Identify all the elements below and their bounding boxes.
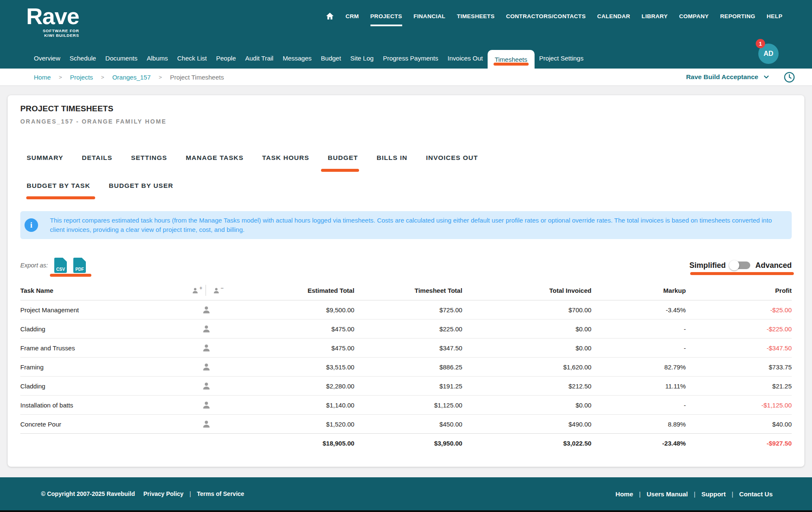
col-total-invoiced: Total Invoiced bbox=[462, 281, 591, 300]
add-user-icon[interactable]: + bbox=[192, 287, 199, 294]
cell-total-invoiced: $0.00 bbox=[462, 396, 591, 415]
user-icon[interactable] bbox=[192, 305, 240, 314]
top-nav-library[interactable]: LIBRARY bbox=[642, 13, 668, 19]
user-icon[interactable] bbox=[192, 419, 240, 429]
footer-users-manual[interactable]: Users Manual bbox=[647, 490, 688, 498]
tab-budget-by-user[interactable]: BUDGET BY USER bbox=[109, 182, 173, 189]
totals-timesheet: $3,950.00 bbox=[354, 434, 462, 453]
breadcrumb-home[interactable]: Home bbox=[34, 74, 51, 81]
toggle-label-advanced[interactable]: Advanced bbox=[755, 261, 792, 270]
user-icon[interactable] bbox=[192, 362, 240, 372]
cell-timesheet-total: $886.25 bbox=[354, 358, 462, 377]
project-nav-check-list[interactable]: Check List bbox=[173, 47, 211, 69]
project-nav-timesheets[interactable]: Timesheets bbox=[488, 50, 535, 69]
remove-user-icon[interactable]: − bbox=[213, 287, 220, 294]
user-icon[interactable] bbox=[192, 381, 240, 391]
top-nav-crm[interactable]: CRM bbox=[346, 13, 359, 19]
budget-by-task-table: Task Name + − Estimated Total Timesheet … bbox=[20, 281, 792, 453]
footer-contact-us[interactable]: Contact Us bbox=[739, 490, 773, 498]
export-pdf-icon[interactable]: PDF bbox=[73, 258, 86, 273]
top-nav-projects[interactable]: PROJECTS bbox=[370, 13, 402, 19]
home-icon[interactable] bbox=[326, 12, 334, 20]
view-mode-toggle: Simplified Advanced bbox=[689, 261, 792, 270]
app-header: Rave SOFTWARE FOR KIWI BUILDERS CRMPROJE… bbox=[0, 0, 812, 69]
project-nav-people[interactable]: People bbox=[211, 47, 241, 69]
top-nav-financial[interactable]: FINANCIAL bbox=[414, 13, 445, 19]
project-nav-documents[interactable]: Documents bbox=[101, 47, 142, 69]
footer-support[interactable]: Support bbox=[701, 490, 726, 498]
table-row-installation-of-batts: Installation of batts $1,140.00 $1,125.0… bbox=[20, 396, 792, 415]
tab-task-hours[interactable]: TASK HOURS bbox=[262, 154, 309, 161]
project-nav-budget[interactable]: Budget bbox=[316, 47, 346, 69]
tab-settings[interactable]: SETTINGS bbox=[131, 154, 167, 161]
export-csv-icon[interactable]: CSV bbox=[54, 258, 67, 273]
cell-user bbox=[192, 377, 240, 396]
tab-manage-tasks[interactable]: MANAGE TASKS bbox=[186, 154, 244, 161]
cell-task-name: Concrete Pour bbox=[20, 415, 192, 434]
totals-markup: -23.48% bbox=[591, 434, 686, 453]
breadcrumb-oranges-157[interactable]: Oranges_157 bbox=[112, 74, 151, 81]
cell-user bbox=[192, 319, 240, 339]
cell-estimated-total: $2,280.00 bbox=[241, 377, 354, 396]
cell-markup: -3.45% bbox=[591, 300, 686, 319]
top-nav-reporting[interactable]: REPORTING bbox=[720, 13, 755, 19]
toggle-knob[interactable] bbox=[729, 260, 739, 270]
breadcrumb-projects[interactable]: Projects bbox=[70, 74, 93, 81]
footer-home[interactable]: Home bbox=[615, 490, 633, 498]
totals-estimated: $18,905.00 bbox=[241, 434, 354, 453]
project-nav-invoices-out[interactable]: Invoices Out bbox=[443, 47, 487, 69]
footer-privacy-policy[interactable]: Privacy Policy bbox=[143, 490, 184, 497]
stage-dropdown[interactable]: Rave Build Acceptance bbox=[686, 73, 758, 81]
cell-markup: - bbox=[591, 339, 686, 358]
tab-details[interactable]: DETAILS bbox=[82, 154, 112, 161]
cell-timesheet-total: $450.00 bbox=[354, 415, 462, 434]
project-nav: OverviewScheduleDocumentsAlbumsCheck Lis… bbox=[29, 47, 588, 69]
chevron-down-icon[interactable] bbox=[763, 73, 770, 81]
user-icon[interactable] bbox=[192, 324, 240, 333]
toggle-switch[interactable] bbox=[731, 262, 750, 269]
top-nav-timesheets[interactable]: TIMESHEETS bbox=[457, 13, 494, 19]
cell-user bbox=[192, 396, 240, 415]
project-nav-progress-payments[interactable]: Progress Payments bbox=[378, 47, 443, 69]
user-icon[interactable] bbox=[192, 400, 240, 410]
table-row-framing: Framing $3,515.00 $886.25 $1,620.00 82.7… bbox=[20, 358, 792, 377]
top-nav-company[interactable]: COMPANY bbox=[679, 13, 709, 19]
totals-icons bbox=[192, 434, 240, 453]
avatar[interactable]: 1 AD bbox=[758, 44, 779, 64]
project-nav-messages[interactable]: Messages bbox=[278, 47, 316, 69]
project-nav-albums[interactable]: Albums bbox=[142, 47, 173, 69]
history-clock-icon[interactable] bbox=[784, 72, 795, 83]
tab-budget[interactable]: BUDGET bbox=[328, 154, 358, 161]
project-nav-project-settings[interactable]: Project Settings bbox=[535, 47, 588, 69]
footer-terms-of-service[interactable]: Terms of Service bbox=[197, 490, 244, 497]
project-nav-site-log[interactable]: Site Log bbox=[346, 47, 378, 69]
notification-badge[interactable]: 1 bbox=[756, 39, 765, 48]
cell-markup: 11.11% bbox=[591, 377, 686, 396]
top-nav-help[interactable]: HELP bbox=[767, 13, 782, 19]
totals-profit: -$927.50 bbox=[686, 434, 792, 453]
tab-summary[interactable]: SUMMARY bbox=[27, 154, 63, 161]
main-nav: CRMPROJECTSFINANCIALTIMESHEETSCONTRACTOR… bbox=[326, 0, 782, 32]
cell-profit: $21.25 bbox=[686, 377, 792, 396]
annotation-budget-by-task bbox=[26, 196, 95, 199]
cell-timesheet-total: $191.25 bbox=[354, 377, 462, 396]
tab-budget-by-task[interactable]: BUDGET BY TASK bbox=[27, 182, 90, 189]
toggle-label-simplified[interactable]: Simplified bbox=[689, 261, 726, 270]
cell-estimated-total: $1,140.00 bbox=[241, 396, 354, 415]
project-nav-audit-trail[interactable]: Audit Trail bbox=[241, 47, 278, 69]
user-icon[interactable] bbox=[192, 343, 240, 352]
subtab-bar: BUDGET BY TASKBUDGET BY USER bbox=[20, 182, 792, 189]
totals-invoiced: $3,022.50 bbox=[462, 434, 591, 453]
cell-task-name: Project Management bbox=[20, 300, 192, 319]
tab-invoices-out[interactable]: INVOICES OUT bbox=[426, 154, 478, 161]
column-divider bbox=[206, 285, 206, 296]
page-title: PROJECT TIMESHEETS bbox=[20, 105, 792, 113]
project-nav-schedule[interactable]: Schedule bbox=[65, 47, 101, 69]
tab-bills-in[interactable]: BILLS IN bbox=[377, 154, 408, 161]
cell-estimated-total: $1,520.00 bbox=[241, 415, 354, 434]
top-nav-contractors-contacts[interactable]: CONTRACTORS/CONTACTS bbox=[506, 13, 586, 19]
rave-logo[interactable]: Rave SOFTWARE FOR KIWI BUILDERS bbox=[26, 4, 79, 38]
project-nav-overview[interactable]: Overview bbox=[29, 47, 65, 69]
top-nav-calendar[interactable]: CALENDAR bbox=[597, 13, 630, 19]
annotation-timesheets bbox=[494, 63, 529, 66]
